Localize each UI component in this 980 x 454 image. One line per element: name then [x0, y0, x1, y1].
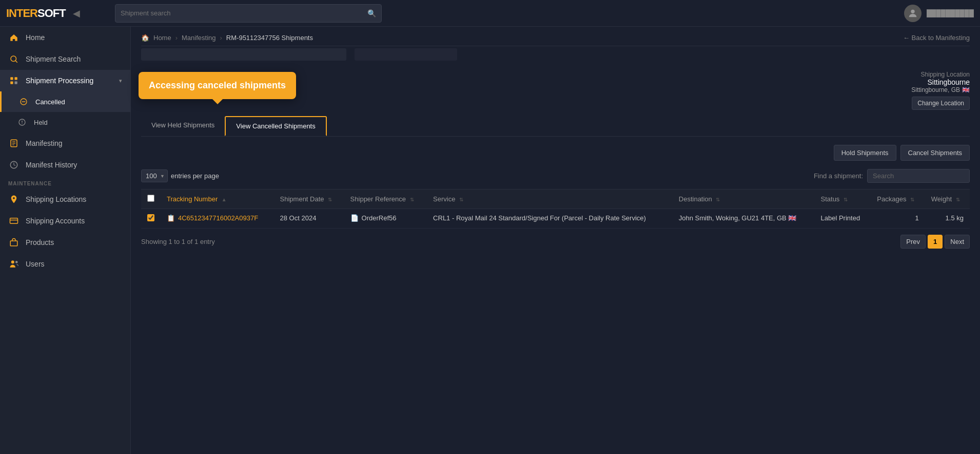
table-header-tracking[interactable]: Tracking Number ▲	[161, 190, 274, 209]
search-icon: 🔍	[367, 9, 376, 17]
page-title-bar	[141, 48, 970, 61]
entries-select: 100 25 50 entries per page	[141, 169, 219, 182]
breadcrumb-home-link[interactable]: Home	[153, 34, 171, 42]
sidebar-item-shipping-locations[interactable]: Shipping Locations	[0, 188, 130, 210]
current-page: 1	[928, 235, 943, 249]
shipping-accounts-icon	[8, 216, 19, 225]
table-header-weight[interactable]: Weight ⇅	[925, 190, 970, 209]
svg-rect-18	[10, 241, 17, 246]
location-detail: Sittingbourne, GB 🇬🇧	[911, 86, 970, 93]
sidebar-item-manifest-history[interactable]: Manifest History	[0, 154, 130, 176]
table-header-packages[interactable]: Packages ⇅	[871, 190, 925, 209]
logo-soft: SOFT	[37, 7, 66, 20]
sidebar-label-held: Held	[34, 119, 48, 126]
search-bar: 🔍	[115, 4, 382, 23]
sort-status-icon: ⇅	[844, 197, 848, 202]
back-to-manifesting-link[interactable]: ← Back to Manifesting	[903, 34, 970, 42]
row-service-cell: CRL1 - Royal Mail 24 Standard/Signed For…	[427, 209, 673, 229]
prev-button[interactable]: Prev	[900, 235, 926, 249]
sidebar-item-shipping-accounts[interactable]: Shipping Accounts	[0, 210, 130, 232]
breadcrumb-sep-1: ›	[175, 34, 178, 42]
page-title-blur	[141, 48, 346, 61]
sidebar-label-manifest-history: Manifest History	[26, 161, 77, 169]
breadcrumb-home-icon: 🏠	[141, 34, 149, 42]
breadcrumb-manifesting-link[interactable]: Manifesting	[182, 34, 215, 42]
breadcrumb-bar: 🏠 Home › Manifesting › RM-95112347756 Sh…	[131, 27, 980, 46]
pagination: Showing 1 to 1 of 1 entry Prev 1 Next	[141, 229, 970, 249]
topbar: INTERSOFT ◀ 🔍 ██████████	[0, 0, 980, 27]
collapse-icon[interactable]: ◀	[73, 8, 80, 19]
svg-point-1	[11, 56, 16, 62]
shipment-search-icon	[8, 54, 19, 64]
breadcrumb-current: RM-95112347756 Shipments	[226, 34, 313, 42]
sidebar-label-products: Products	[26, 238, 54, 247]
sidebar-label-shipment-search: Shipment Search	[26, 55, 81, 63]
sort-weight-icon: ⇅	[956, 197, 960, 202]
table-header-destination[interactable]: Destination ⇅	[673, 190, 815, 209]
tooltip-bubble: Accessing canceled shipments	[139, 72, 296, 99]
topbar-right: ██████████	[904, 5, 974, 22]
location-name: Sittingbourne	[911, 78, 970, 86]
logo-inter: INTER	[6, 7, 37, 20]
location-info: Shipping Location Sittingbourne Sittingb…	[911, 71, 970, 110]
sidebar-label-cancelled: Cancelled	[35, 98, 65, 106]
tracking-copy-icon: 📋	[167, 214, 175, 222]
sidebar-item-shipment-search[interactable]: Shipment Search	[0, 48, 130, 70]
change-location-button[interactable]: Change Location	[912, 97, 970, 110]
order-ref: 📄 OrderRef56	[350, 214, 421, 222]
sidebar-item-manifesting[interactable]: Manifesting	[0, 133, 130, 154]
row-checkbox[interactable]	[147, 214, 154, 221]
table-header-checkbox	[141, 190, 161, 209]
entries-dropdown-wrap: 100 25 50	[141, 169, 168, 182]
sidebar-item-held[interactable]: Held	[0, 112, 130, 133]
next-button[interactable]: Next	[945, 235, 970, 249]
table-controls: 100 25 50 entries per page Find a shipme…	[141, 169, 970, 183]
table-header-service[interactable]: Service ⇅	[427, 190, 673, 209]
row-status-cell: Label Printed	[815, 209, 871, 229]
data-table: Tracking Number ▲ Shipment Date ⇅ Shippe…	[141, 189, 970, 229]
table-header-status[interactable]: Status ⇅	[815, 190, 871, 209]
row-tracking-cell: 📋 4C6512347716002A0937F	[161, 209, 274, 229]
table-header-shipper-ref[interactable]: Shipper Reference ⇅	[344, 190, 427, 209]
row-checkbox-cell	[141, 209, 161, 229]
select-all-checkbox[interactable]	[147, 195, 154, 202]
find-label: Find a shipment:	[814, 172, 863, 180]
sidebar-item-products[interactable]: Products	[0, 232, 130, 253]
find-input[interactable]	[867, 169, 970, 183]
sidebar-label-users: Users	[26, 260, 45, 268]
tracking-link[interactable]: 📋 4C6512347716002A0937F	[167, 214, 268, 222]
tab-view-cancelled-shipments[interactable]: View Cancelled Shipments	[225, 116, 326, 136]
sort-date-icon: ⇅	[328, 197, 332, 202]
sidebar-item-shipment-processing[interactable]: Shipment Processing ▾	[0, 70, 130, 91]
tab-view-held-shipments[interactable]: View Held Shipments	[141, 116, 225, 136]
users-icon	[8, 259, 19, 269]
sidebar-label-shipment-processing: Shipment Processing	[26, 77, 93, 85]
username: ██████████	[927, 9, 974, 17]
row-shipper-ref-cell: 📄 OrderRef56	[344, 209, 427, 229]
row-weight-cell: 1.5 kg	[925, 209, 970, 229]
breadcrumb: 🏠 Home › Manifesting › RM-95112347756 Sh…	[141, 34, 903, 42]
sidebar-label-shipping-locations: Shipping Locations	[26, 195, 86, 203]
hold-shipments-button[interactable]: Hold Shipments	[834, 145, 896, 161]
tooltip-text: Accessing canceled shipments	[149, 80, 286, 90]
table-header-date[interactable]: Shipment Date ⇅	[274, 190, 344, 209]
cancel-shipments-button[interactable]: Cancel Shipments	[900, 145, 970, 161]
svg-rect-3	[10, 77, 13, 80]
expand-icon: ▾	[119, 78, 122, 84]
svg-rect-5	[10, 82, 13, 84]
sidebar-label-home: Home	[26, 33, 45, 42]
sort-destination-icon: ⇅	[716, 197, 720, 202]
entries-dropdown[interactable]: 100 25 50	[141, 169, 168, 182]
search-input[interactable]	[121, 9, 363, 17]
sidebar-item-cancelled[interactable]: Cancelled	[0, 91, 130, 112]
destination-flag: 🇬🇧	[788, 214, 796, 222]
row-packages-cell: 1	[871, 209, 925, 229]
logo-text: INTERSOFT	[6, 7, 66, 20]
svg-rect-4	[15, 77, 17, 80]
svg-point-20	[15, 261, 18, 263]
page-controls: Prev 1 Next	[900, 235, 970, 249]
svg-point-19	[11, 260, 14, 263]
sort-packages-icon: ⇅	[910, 197, 914, 202]
sidebar-item-home[interactable]: Home	[0, 27, 130, 48]
sidebar-item-users[interactable]: Users	[0, 253, 130, 275]
